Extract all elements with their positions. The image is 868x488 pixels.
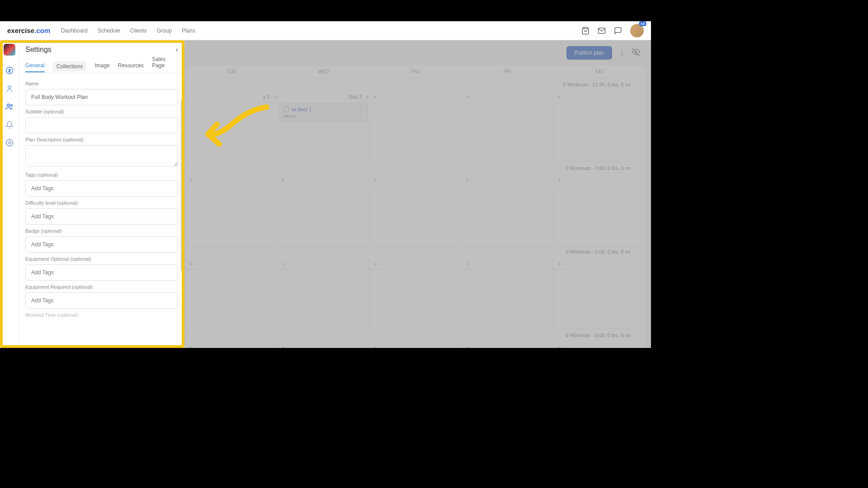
person-icon[interactable]: [5, 84, 14, 94]
day-cell[interactable]: [369, 103, 462, 161]
day-cell[interactable]: [277, 270, 369, 328]
add-icon[interactable]: +: [189, 177, 193, 184]
add-icon[interactable]: +: [557, 177, 561, 184]
scrollbar[interactable]: [181, 100, 184, 272]
name-label: Name: [25, 81, 178, 86]
subtitle-input[interactable]: [25, 117, 178, 133]
tab-sales-page[interactable]: Sales Page: [152, 56, 178, 72]
panel-title: Settings: [25, 46, 52, 54]
workout-card[interactable]: tal Body 1 orkouts ⋮: [279, 103, 368, 122]
day-cell[interactable]: [553, 186, 646, 245]
gear-icon[interactable]: [5, 138, 14, 148]
topbar-right: 10: [581, 24, 644, 38]
description-textarea[interactable]: [25, 145, 178, 167]
day-cell[interactable]: [277, 186, 369, 245]
day-cell[interactable]: [461, 103, 553, 161]
nav-schedule[interactable]: Schedule: [98, 28, 120, 34]
visibility-off-icon[interactable]: [632, 48, 640, 58]
add-icon[interactable]: +: [274, 93, 277, 100]
workout-title: tal Body 1: [292, 107, 311, 112]
tab-collections[interactable]: Collections: [53, 61, 87, 71]
day-header-sat: SAT: [553, 69, 646, 74]
week-more-icon[interactable]: ⋮: [636, 165, 641, 171]
group-icon[interactable]: [5, 102, 14, 112]
chevron-left-icon[interactable]: ‹: [176, 46, 178, 54]
day-cell[interactable]: [185, 186, 277, 245]
add-icon[interactable]: +: [557, 93, 561, 100]
add-icon[interactable]: +: [465, 93, 469, 100]
card-more-icon[interactable]: ⋮: [358, 107, 364, 114]
equipment-optional-input[interactable]: [25, 264, 178, 281]
bell-icon[interactable]: [5, 120, 14, 130]
day-cell[interactable]: [185, 270, 277, 328]
day-cell[interactable]: [369, 270, 462, 328]
add-icon[interactable]: +: [465, 260, 469, 267]
description-label: Plan Description (optional): [25, 137, 178, 142]
svg-point-3: [8, 86, 11, 89]
nav-plans[interactable]: Plans: [182, 28, 195, 34]
difficulty-input[interactable]: [25, 208, 178, 225]
equipment-optional-label: Equipment Optional (optional): [25, 256, 178, 262]
settings-form: Name Subtitle (optional) Plan Descriptio…: [19, 73, 184, 348]
equipment-required-label: Equipment Required (optional): [25, 284, 178, 290]
mail-icon[interactable]: [598, 27, 606, 35]
nav-dashboard[interactable]: Dashboard: [61, 28, 88, 34]
settings-panel: Settings ‹ General Collections Image Res…: [0, 40, 184, 348]
vertical-rail: [0, 40, 19, 348]
add-icon[interactable]: +: [281, 260, 285, 267]
tags-input[interactable]: [25, 180, 178, 197]
settings-tabs: General Collections Image Resources Sale…: [19, 59, 184, 73]
week-more-icon[interactable]: ⋮: [636, 333, 641, 338]
day-cell[interactable]: [461, 270, 553, 328]
shopping-bag-icon[interactable]: [581, 27, 590, 35]
day-label: y 1: [263, 94, 270, 99]
week-summary: 0 Workouts - 0:00, 0 lbs, 0 mi ⋮: [185, 162, 646, 174]
app-window: exercise.com Dashboard Schedule Clients …: [0, 21, 651, 348]
nav-group[interactable]: Group: [157, 28, 172, 34]
day-cell[interactable]: [553, 103, 646, 161]
week-summary: 2 Workouts - 11:30, 0 lbs, 0 mi ⋮: [185, 78, 646, 91]
subtitle-label: Subtitle (optional): [25, 109, 178, 114]
add-icon[interactable]: +: [465, 177, 469, 184]
add-icon[interactable]: +: [557, 260, 561, 267]
add-icon[interactable]: +: [281, 177, 285, 184]
name-input[interactable]: [25, 89, 178, 105]
add-icon[interactable]: +: [373, 93, 377, 100]
svg-point-5: [10, 104, 12, 106]
add-icon[interactable]: +: [189, 260, 193, 267]
tab-general[interactable]: General: [25, 62, 45, 72]
day-cell[interactable]: ⋮: [185, 103, 277, 161]
day-header-tue: TUE: [185, 69, 278, 74]
drag-icon[interactable]: ⋮: [185, 107, 186, 116]
more-icon[interactable]: ⋮: [618, 49, 626, 57]
workout-subtitle: orkouts: [283, 114, 363, 118]
badge-input[interactable]: [25, 236, 178, 253]
tab-image[interactable]: Image: [94, 62, 109, 72]
checkbox[interactable]: [283, 107, 289, 112]
app-logo-icon[interactable]: [4, 44, 15, 56]
equipment-required-input[interactable]: [25, 292, 178, 309]
week-more-icon[interactable]: ⋮: [636, 82, 641, 88]
publish-plan-button[interactable]: Publish plan: [566, 46, 612, 60]
day-label: Day 2: [349, 94, 362, 99]
add-icon[interactable]: +: [365, 93, 369, 100]
topbar: exercise.com Dashboard Schedule Clients …: [0, 21, 651, 40]
avatar[interactable]: 10: [630, 24, 644, 38]
add-icon[interactable]: +: [373, 260, 377, 267]
tags-label: Tags (optional): [25, 172, 178, 178]
day-cell[interactable]: [369, 186, 462, 245]
day-row: ⋮ tal Body 1 orkouts ⋮: [185, 103, 646, 161]
nav-clients[interactable]: Clients: [130, 28, 147, 34]
tab-resources[interactable]: Resources: [118, 62, 144, 72]
dollar-icon[interactable]: [5, 66, 14, 75]
day-cell[interactable]: tal Body 1 orkouts ⋮: [277, 103, 369, 161]
letterbox: [0, 348, 868, 488]
week-block: 2 Workouts - 11:30, 0 lbs, 0 mi ⋮ y 1+ D…: [185, 78, 646, 162]
add-icon[interactable]: +: [373, 177, 377, 184]
day-cell[interactable]: [461, 186, 553, 245]
panel-body: Settings ‹ General Collections Image Res…: [19, 40, 184, 348]
week-more-icon[interactable]: ⋮: [636, 249, 641, 255]
day-cell[interactable]: [553, 270, 646, 328]
chat-icon[interactable]: [614, 27, 622, 35]
week-summary: 0 Workouts - 0:00, 0 lbs, 0 mi ⋮: [185, 329, 646, 342]
